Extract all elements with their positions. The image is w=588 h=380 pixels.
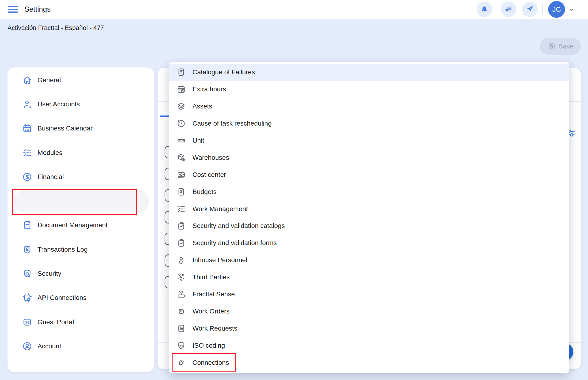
- menu-item-security-and-validation-forms[interactable]: Security and validation forms: [169, 234, 569, 252]
- sidebar-item-label: Transactions Log: [38, 246, 88, 253]
- box-plus-icon: [177, 153, 186, 162]
- sidebar-item-label: Account: [38, 342, 61, 350]
- rocket-icon: [526, 5, 534, 14]
- menu-item-label: Inhouse Personnel: [192, 256, 247, 264]
- book-icon: [177, 67, 186, 77]
- auxiliary-catalogs-menu: Catalogue of FailuresExtra hoursAssetsCa…: [169, 62, 569, 373]
- save-button[interactable]: Save: [540, 38, 581, 55]
- sidebar-item-label: Guest Portal: [38, 318, 74, 326]
- doc-lines-check-icon: [177, 324, 186, 333]
- user-circle-icon: [22, 341, 32, 351]
- sidebar-item-user-accounts[interactable]: User Accounts: [7, 92, 154, 116]
- sidebar-item-label: Modules: [38, 149, 62, 156]
- user-plus-icon: [22, 99, 32, 109]
- menu-item-label: Cause of task rescheduling: [192, 120, 272, 127]
- badge-user-icon: [22, 244, 32, 255]
- whats-new-button[interactable]: [522, 2, 538, 17]
- layers-icon: [177, 102, 186, 111]
- menu-item-label: Connections: [192, 359, 229, 366]
- sidebar-item-document-management[interactable]: Document Management: [7, 213, 154, 237]
- menu-item-label: ISO coding: [192, 342, 225, 349]
- menu-item-label: Work Orders: [192, 308, 229, 315]
- topbar: Settings JC: [0, 0, 588, 19]
- sidebar-item-label: API Connections: [38, 294, 86, 302]
- sidebar-item-general[interactable]: General: [7, 68, 154, 92]
- bell-icon: [480, 5, 488, 14]
- topbar-divider: [542, 4, 543, 15]
- sidebar-item-modules[interactable]: Modules: [7, 141, 154, 165]
- menu-item-budgets[interactable]: Budgets: [169, 183, 569, 200]
- sidebar-item-business-calendar[interactable]: Business Calendar: [7, 116, 154, 141]
- router-icon: [177, 290, 186, 299]
- svg-text:ISO: ISO: [179, 345, 183, 347]
- home-icon: [22, 75, 32, 85]
- sidebar-item-guest-portal[interactable]: Guest Portal: [7, 310, 154, 334]
- menu-item-connections[interactable]: Connections: [169, 354, 569, 371]
- menu-item-work-requests[interactable]: Work Requests: [169, 320, 569, 337]
- menu-item-warehouses[interactable]: Warehouses: [169, 149, 569, 166]
- person-icon: [177, 255, 186, 265]
- sidebar-item-label: Document Management: [38, 221, 108, 229]
- document-clock-icon: [22, 220, 32, 230]
- menu-item-iso-coding[interactable]: ISOISO coding: [169, 337, 569, 354]
- menu-item-unit[interactable]: Unit: [169, 132, 569, 149]
- menu-item-label: Security and validation forms: [192, 239, 277, 247]
- browser-code-icon: [22, 317, 32, 327]
- menu-item-label: Work Requests: [192, 325, 237, 332]
- plug-icon: [177, 358, 186, 367]
- menu-item-label: Extra hours: [192, 86, 226, 93]
- menu-item-security-and-validation-catalogs[interactable]: Security and validation catalogs: [169, 217, 569, 234]
- sidebar-item-api-connections[interactable]: API Connections: [7, 286, 154, 310]
- assistant-button[interactable]: [501, 2, 516, 17]
- page-title: Settings: [24, 0, 51, 19]
- menu-item-cost-center[interactable]: Cost center: [169, 166, 569, 183]
- sidebar-item-label: General: [38, 76, 61, 84]
- chip-gear-icon: [22, 293, 32, 303]
- menu-item-work-orders[interactable]: Work Orders: [169, 303, 569, 320]
- menu-item-fracttal-sense[interactable]: Fracttal Sense: [169, 286, 569, 303]
- menu-item-extra-hours[interactable]: Extra hours: [169, 81, 569, 98]
- tag-badge-icon: [177, 307, 186, 316]
- menu-icon[interactable]: [8, 6, 18, 13]
- menu-item-work-management[interactable]: Work Management: [169, 200, 569, 217]
- iso-shield-icon: ISO: [177, 341, 186, 350]
- menu-item-label: Work Management: [192, 205, 248, 213]
- menu-item-catalogue-of-failures[interactable]: Catalogue of Failures: [169, 64, 569, 81]
- receipt-dollar-icon: [177, 187, 186, 197]
- active-item-pill: [14, 190, 149, 212]
- menu-item-cause-of-task-rescheduling[interactable]: Cause of task rescheduling: [169, 115, 569, 132]
- menu-item-label: Assets: [192, 103, 212, 110]
- sidebar-item-label: Security: [38, 270, 61, 277]
- menu-item-assets[interactable]: Assets: [169, 98, 569, 115]
- sidebar-item-label: Financial: [38, 173, 64, 181]
- people-icon: [177, 272, 186, 282]
- configuration-title: Activación Fracttal - Español - 477: [7, 24, 104, 32]
- checklist-icon: [22, 148, 32, 158]
- sidebar-item-security[interactable]: Security: [7, 262, 154, 285]
- banknote-icon: [177, 170, 186, 179]
- menu-item-label: Security and validation catalogs: [192, 222, 285, 229]
- save-button-label: Save: [559, 43, 574, 50]
- menu-item-label: Third Parties: [192, 273, 230, 281]
- ruler-icon: [177, 136, 186, 145]
- menu-item-inhouse-personnel[interactable]: Inhouse Personnel: [169, 252, 569, 269]
- sidebar-item-financial[interactable]: Financial: [7, 165, 154, 189]
- shield-scan-icon: [22, 268, 32, 279]
- menu-item-label: Catalogue of Failures: [192, 68, 255, 76]
- notifications-button[interactable]: [477, 2, 492, 17]
- avatar[interactable]: JC: [548, 1, 565, 18]
- sidebar-item-account[interactable]: Account: [7, 334, 154, 358]
- menu-item-third-parties[interactable]: Third Parties: [169, 269, 569, 286]
- menu-item-label: Cost center: [192, 171, 226, 178]
- chat-sparkles-icon: [504, 5, 513, 14]
- clipboard-check-icon: [177, 238, 186, 248]
- menu-item-label: Budgets: [192, 188, 217, 196]
- menu-item-label: Unit: [192, 137, 204, 144]
- menu-item-label: Warehouses: [192, 154, 229, 161]
- clipboard-check-icon: [177, 221, 186, 230]
- sidebar-item-label: Business Calendar: [38, 125, 93, 132]
- save-icon: [547, 42, 556, 51]
- sidebar-item-transactions-log[interactable]: Transactions Log: [7, 237, 154, 262]
- chevron-down-icon[interactable]: [568, 6, 575, 13]
- calendar-clock-icon: [177, 85, 186, 94]
